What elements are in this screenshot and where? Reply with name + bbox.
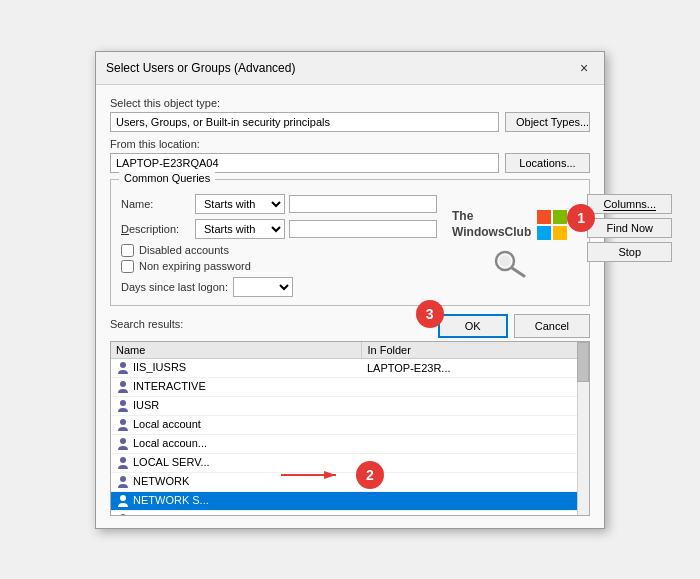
description-starts-with-select[interactable]: Starts with	[195, 219, 285, 239]
location-label: From this location:	[110, 138, 590, 150]
cancel-button-top[interactable]: Cancel	[514, 314, 590, 338]
results-table: Name In Folder IIS_IUSRSLAPTOP-E23R...IN…	[111, 342, 589, 516]
description-row: Description: Starts with	[121, 219, 437, 239]
svg-point-3	[120, 362, 126, 368]
annotation-2-arrow-icon	[276, 465, 356, 485]
title-bar: Select Users or Groups (Advanced) ×	[96, 52, 604, 85]
search-results-label: Search results:	[110, 318, 183, 330]
find-now-button[interactable]: Find Now	[587, 218, 672, 238]
group-box-content: Name: Starts with Description: Starts wi…	[111, 180, 589, 305]
watermark-line1: The	[452, 209, 531, 225]
find-now-container: Find Now 1	[587, 218, 672, 238]
disabled-accounts-label: Disabled accounts	[139, 244, 229, 256]
ok-button-top[interactable]: OK	[438, 314, 508, 338]
table-row[interactable]: NETWORK S...	[111, 492, 589, 511]
results-table-container[interactable]: Name In Folder IIS_IUSRSLAPTOP-E23R...IN…	[110, 341, 590, 516]
results-tbody: IIS_IUSRSLAPTOP-E23R...INTERACTIVEIUSRLo…	[111, 358, 589, 516]
scrollbar-thumb[interactable]	[577, 342, 589, 382]
cell-name: NETWORK S...	[111, 492, 362, 511]
name-label: Name:	[121, 198, 191, 210]
non-expiring-checkbox[interactable]	[121, 260, 134, 273]
svg-point-6	[120, 419, 126, 425]
table-header-row: Name In Folder	[111, 342, 589, 359]
svg-line-1	[512, 268, 524, 276]
cell-name: Local accoun...	[111, 434, 362, 453]
cell-name: IUSR	[111, 396, 362, 415]
scrollbar-track[interactable]	[577, 342, 589, 515]
cell-name: Local account	[111, 415, 362, 434]
group-legend: Common Queries	[119, 172, 215, 184]
svg-point-10	[120, 495, 126, 501]
cell-folder	[362, 473, 589, 492]
locations-button[interactable]: Locations...	[505, 153, 590, 173]
common-queries-group: Common Queries Name: Starts with Descrip…	[110, 179, 590, 306]
watermark-area: The WindowsClub	[447, 194, 572, 297]
annotation-2-container: 2	[276, 461, 384, 489]
col-header-folder: In Folder	[362, 342, 589, 359]
svg-point-11	[120, 514, 126, 515]
non-expiring-row: Non expiring password	[121, 260, 437, 273]
col-header-name: Name	[111, 342, 362, 359]
cell-folder	[362, 377, 589, 396]
magnifier-icon	[492, 248, 528, 281]
dialog-title: Select Users or Groups (Advanced)	[106, 61, 295, 75]
watermark-line2: WindowsClub	[452, 225, 531, 241]
table-row[interactable]: Local accoun...	[111, 434, 589, 453]
left-fields: Name: Starts with Description: Starts wi…	[121, 194, 437, 297]
table-row[interactable]: IIS_IUSRSLAPTOP-E23R...	[111, 358, 589, 377]
days-label: Days since last logon:	[121, 281, 228, 293]
cell-name: INTERACTIVE	[111, 377, 362, 396]
annotation-2: 2	[356, 461, 384, 489]
location-row: Locations...	[110, 153, 590, 173]
days-select[interactable]	[233, 277, 293, 297]
description-value-input[interactable]	[289, 220, 437, 238]
ok-btn-container: OK 3	[438, 314, 508, 338]
table-row[interactable]: INTERACTIVE	[111, 377, 589, 396]
columns-button[interactable]: Columns...	[587, 194, 672, 214]
object-type-input[interactable]	[110, 112, 499, 132]
right-actions: Columns... Find Now 1 Stop	[582, 194, 672, 297]
footer-buttons-top: OK 3 Cancel	[438, 314, 590, 338]
non-expiring-label: Non expiring password	[139, 260, 251, 272]
cell-folder: LAPTOP-E23R...	[362, 358, 589, 377]
table-row[interactable]: IUSR	[111, 396, 589, 415]
svg-point-2	[499, 255, 511, 267]
cell-folder	[362, 511, 589, 516]
disabled-accounts-row: Disabled accounts	[121, 244, 437, 257]
cell-folder	[362, 453, 589, 472]
cell-folder	[362, 434, 589, 453]
location-input[interactable]	[110, 153, 499, 173]
table-row[interactable]: OWNER RIG...	[111, 511, 589, 516]
svg-point-8	[120, 457, 126, 463]
name-starts-with-select[interactable]: Starts with	[195, 194, 285, 214]
object-type-row: Object Types...	[110, 112, 590, 132]
table-row[interactable]: Local account	[111, 415, 589, 434]
object-type-label: Select this object type:	[110, 97, 590, 109]
cell-name: IIS_IUSRS	[111, 358, 362, 377]
disabled-accounts-checkbox[interactable]	[121, 244, 134, 257]
dialog-body: Select this object type: Object Types...…	[96, 85, 604, 528]
close-button[interactable]: ×	[574, 58, 594, 78]
windows-logo-icon	[537, 210, 567, 240]
svg-point-7	[120, 438, 126, 444]
object-types-button[interactable]: Object Types...	[505, 112, 590, 132]
cell-folder	[362, 492, 589, 511]
svg-point-9	[120, 476, 126, 482]
days-row: Days since last logon:	[121, 277, 437, 297]
cell-folder	[362, 396, 589, 415]
name-value-input[interactable]	[289, 195, 437, 213]
svg-point-4	[120, 381, 126, 387]
stop-button[interactable]: Stop	[587, 242, 672, 262]
name-row: Name: Starts with	[121, 194, 437, 214]
description-label: Description:	[121, 223, 191, 235]
cell-folder	[362, 415, 589, 434]
cell-name: OWNER RIG...	[111, 511, 362, 516]
search-results-section: Search results: OK 3 Cancel	[110, 314, 590, 516]
svg-point-5	[120, 400, 126, 406]
select-users-dialog: Select Users or Groups (Advanced) × Sele…	[95, 51, 605, 529]
